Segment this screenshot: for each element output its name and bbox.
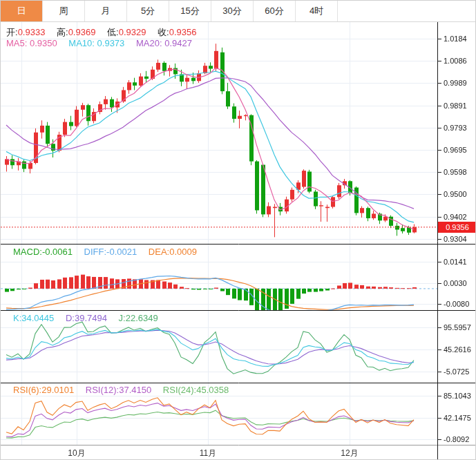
tab-5min[interactable]: 5分 xyxy=(127,1,169,21)
price-axis-label: 0.9500 xyxy=(444,190,467,198)
price-axis-label: 1.0086 xyxy=(444,57,467,65)
x-axis-month-label: 10月 xyxy=(60,448,93,459)
price-axis-label: 1.0184 xyxy=(444,35,467,43)
macd-axis-label: 0.0030 xyxy=(444,279,467,287)
kdj-axis-label: 95.5957 xyxy=(444,323,471,332)
ohlc-legend: 开:0.9333 高:0.9369 低:0.9329 收:0.9356 xyxy=(6,26,205,39)
tab-day[interactable]: 日 xyxy=(1,1,43,21)
macd-axis-label: -0.0080 xyxy=(444,300,469,308)
rsi12-label: RSI(12): xyxy=(86,385,119,395)
tab-4hour[interactable]: 4时 xyxy=(296,1,338,21)
k-value: 34.0445 xyxy=(21,313,54,323)
current-price-badge: 0.9356 xyxy=(438,222,476,233)
open-value: 0.9333 xyxy=(18,27,46,37)
tab-15min[interactable]: 15分 xyxy=(169,1,211,21)
ma20-label: MA20: xyxy=(136,38,162,48)
price-axis-label: 0.9989 xyxy=(444,79,467,87)
j-value: 22.6349 xyxy=(126,313,158,323)
rsi-axis-label: -0.8092 xyxy=(444,435,469,443)
high-value: 0.9369 xyxy=(68,27,96,37)
tab-week[interactable]: 周 xyxy=(43,1,85,21)
diff-label: DIFF: xyxy=(84,247,107,257)
tab-month[interactable]: 月 xyxy=(85,1,127,21)
dea-value: 0.0009 xyxy=(169,247,197,257)
ma5-label: MA5: xyxy=(6,38,27,48)
high-label: 高: xyxy=(57,27,68,37)
ma5-value: 0.9350 xyxy=(30,38,57,48)
price-axis-label: 0.9598 xyxy=(444,168,467,176)
macd-axis-label: 0.0141 xyxy=(444,258,467,266)
kdj-axis-label: -5.0725 xyxy=(444,367,469,376)
low-label: 低: xyxy=(107,27,119,37)
close-label: 收: xyxy=(158,27,169,37)
macd-legend: MACD:-0.0061 DIFF:-0.0021 DEA:0.0009 xyxy=(13,247,206,257)
tab-60min[interactable]: 60分 xyxy=(254,1,296,21)
kdj-legend: K:34.0445 D:39.7494 J:22.6349 xyxy=(13,313,167,323)
rsi-axis-label: 85.1043 xyxy=(444,392,471,400)
rsi-legend: RSI(6):29.0101 RSI(12):37.4150 RSI(24):4… xyxy=(13,385,238,395)
rsi-axis-label: 42.1475 xyxy=(444,414,471,422)
d-label: D: xyxy=(66,313,75,323)
rsi6-value: 29.0101 xyxy=(41,385,74,395)
kdj-axis-label: 45.2616 xyxy=(444,345,471,354)
macd-value: -0.0061 xyxy=(42,247,73,257)
x-axis-month-label: 12月 xyxy=(333,448,366,459)
rsi12-value: 37.4150 xyxy=(119,385,151,395)
ma20-value: 0.9427 xyxy=(164,38,192,48)
d-value: 39.7494 xyxy=(75,313,107,323)
k-label: K: xyxy=(13,313,21,323)
open-label: 开: xyxy=(6,27,18,37)
rsi24-value: 45.0358 xyxy=(196,385,229,395)
price-axis-label: 0.9304 xyxy=(444,235,467,243)
price-axis-label: 0.9891 xyxy=(444,102,467,110)
chart-app: 日 周 月 5分 15分 30分 60分 4时 开:0.9333 高:0.936… xyxy=(0,0,476,460)
x-axis-month-label: 11月 xyxy=(191,448,225,459)
macd-label: MACD: xyxy=(13,247,42,257)
ma-legend: MA5: 0.9350 MA10: 0.9373 MA20: 0.9427 xyxy=(6,38,201,48)
rsi24-label: RSI(24): xyxy=(163,385,196,395)
ma10-label: MA10: xyxy=(68,38,95,48)
j-label: J: xyxy=(119,313,126,323)
price-axis-label: 0.9695 xyxy=(444,146,467,154)
timeframe-tabs: 日 周 月 5分 15分 30分 60分 4时 xyxy=(1,1,476,22)
close-value: 0.9356 xyxy=(169,27,197,37)
low-value: 0.9329 xyxy=(119,27,146,37)
tab-30min[interactable]: 30分 xyxy=(211,1,254,21)
dea-label: DEA: xyxy=(149,247,169,257)
price-axis-label: 0.9402 xyxy=(444,213,467,221)
price-axis-label: 0.9793 xyxy=(444,124,467,132)
rsi6-label: RSI(6): xyxy=(13,385,41,395)
diff-value: -0.0021 xyxy=(106,247,137,257)
ma10-value: 0.9373 xyxy=(97,38,125,48)
